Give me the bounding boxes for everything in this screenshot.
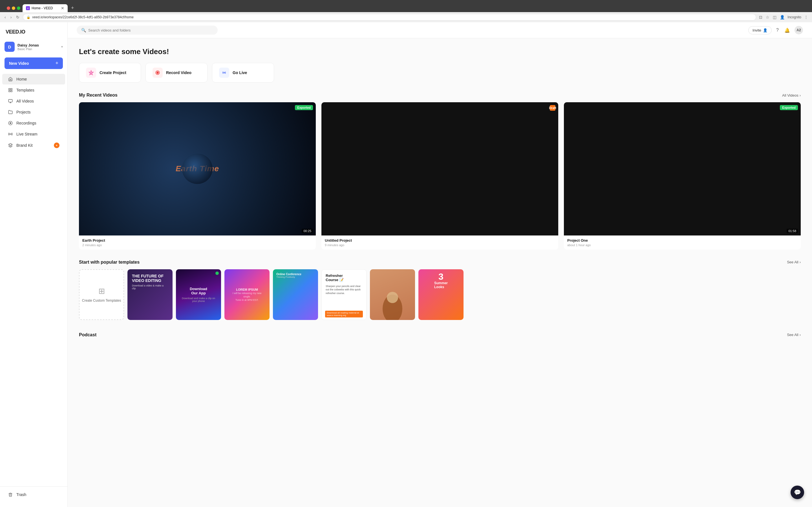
record-video-card[interactable]: Record Video [146,63,207,82]
header-actions: Invite 👤 ? 🔔 A2 [748,26,803,34]
template-title: Online Conference [276,273,315,276]
chat-button[interactable]: 💬 [791,486,804,499]
close-button[interactable] [7,6,10,10]
chevron-right-icon-3: › [800,333,801,337]
template-title: THE FUTURE OFVIDEO EDITING [132,274,168,283]
fullscreen-button[interactable] [17,6,20,10]
all-videos-link[interactable]: All Videos › [782,93,801,98]
create-project-label: Create Project [100,70,126,75]
app: VEED.IO D Daisy Jonas Basic Plan ▾ New V… [0,22,812,507]
user-section[interactable]: D Daisy Jonas Basic Plan ▾ [0,40,67,54]
browser-actions: ⊡ ☆ ◫ 👤 Incognito ⋮ [758,14,809,20]
page-content: Let's create some Videos! Create Project… [68,38,812,356]
tab-close-icon[interactable]: ✕ [61,6,64,10]
help-button[interactable]: ? [775,26,780,34]
template-title: RefresherCourse 📝 [326,274,362,282]
videos-icon [8,99,13,104]
template-subtitle: Download and make a clip on your phone [179,297,218,302]
back-button[interactable]: ‹ [3,14,7,20]
forward-button[interactable]: › [9,14,13,20]
video-card-project-one[interactable]: Exported 01:58 Project One about 1 hour … [564,102,801,249]
template-title: DownloadOur App [190,287,207,295]
logo-area: VEED.IO [0,27,67,40]
video-thumbnail-untitled: Draft [321,102,558,235]
minimize-button[interactable] [12,6,15,10]
bookmark-icon[interactable]: ☆ [765,14,770,20]
create-project-card[interactable]: Create Project [79,63,141,82]
invite-button[interactable]: Invite 👤 [748,26,772,34]
template-card-download-app[interactable]: DownloadOur App Download and make a clip… [176,269,221,320]
projects-icon [8,110,13,115]
template-number: 3 [439,272,444,281]
sidebar-item-live-stream[interactable]: Live Stream [2,129,65,139]
page-title-prefix: Let's create some [79,47,143,56]
sidebar: VEED.IO D Daisy Jonas Basic Plan ▾ New V… [0,22,68,507]
sidebar-item-label: All Videos [16,99,34,103]
dark-thumbnail [321,102,558,235]
all-videos-label: All Videos [782,93,799,98]
sidebar-bottom: Trash [0,487,67,503]
templates-section: Start with popular templates See All › ⊞… [79,260,801,322]
sidebar-item-templates[interactable]: Templates [2,85,65,96]
template-card-refresher[interactable]: RefresherCourse 📝 Sharpen your pencils a… [321,269,366,320]
search-box[interactable]: 🔍 [77,25,218,35]
template-card-future[interactable]: THE FUTURE OFVIDEO EDITING Download a vi… [128,269,172,320]
profile-icon[interactable]: 👤 [779,14,785,20]
video-card-untitled[interactable]: Draft Untitled Project 9 minutes ago [321,102,558,249]
logo: VEED.IO [6,29,26,35]
sidebar-item-home[interactable]: Home [2,74,65,84]
video-time: about 1 hour ago [567,243,797,247]
search-input[interactable] [88,28,213,33]
templates-header: Start with popular templates See All › [79,260,801,265]
main-header: 🔍 Invite 👤 ? 🔔 A2 [68,22,812,38]
tab-title: Home - VEED [32,6,53,10]
url-bar[interactable]: 🔒 veed.io/workspaces/22ce6d2f-38c5-4df1-… [23,14,756,20]
sidebar-item-all-videos[interactable]: All Videos [2,96,65,107]
menu-icon[interactable]: ⋮ [804,14,809,20]
sidebar-item-trash[interactable]: Trash [2,489,65,500]
notifications-button[interactable]: 🔔 [783,26,791,34]
reload-button[interactable]: ↻ [15,14,20,20]
extensions-icon[interactable]: ◫ [772,14,777,20]
video-title: Untitled Project [325,238,555,242]
profile-label: Incognito [788,15,801,19]
template-card-person[interactable] [370,269,415,320]
templates-see-all-link[interactable]: See All › [787,260,801,264]
new-tab-button[interactable]: + [69,4,77,12]
template-card-lorem[interactable]: LOREM IPSUMI will be releasing my new si… [224,269,269,320]
sidebar-item-recordings[interactable]: Recordings [2,118,65,128]
sidebar-nav: Home Templates All Videos [0,72,67,487]
user-plan: Basic Plan [17,47,58,51]
go-live-card[interactable]: Go Live [212,63,274,82]
go-live-label: Go Live [233,70,247,75]
exported-badge: Exported [295,105,313,110]
new-video-button[interactable]: New Video + [4,57,63,69]
sidebar-item-brand-kit[interactable]: Brand Kit + [2,140,65,151]
cast-icon[interactable]: ⊡ [758,14,763,20]
plus-icon: + [55,60,58,66]
video-time: 9 minutes ago [325,243,555,247]
template-card-online-conf[interactable]: Online Conference Thinking Positively [273,269,318,320]
podcast-see-all-link[interactable]: See All › [787,333,801,337]
brand-kit-icon [8,143,13,148]
video-card-earth[interactable]: Earth Time Exported 00:25 Earth Project … [79,102,316,249]
user-name: Daisy Jonas [17,43,58,47]
svg-point-11 [182,153,213,184]
recent-videos-section: My Recent Videos All Videos › [79,93,801,249]
see-all-label: See All [787,260,798,264]
draft-badge: Draft [550,105,555,111]
trash-icon [8,492,13,497]
active-tab[interactable]: V Home - VEED ✕ [22,4,68,12]
podcast-header: Podcast See All › [79,332,801,337]
create-project-icon [86,68,96,78]
svg-rect-3 [11,91,12,92]
template-card-summer[interactable]: 3 SummerLooks [418,269,463,320]
user-avatar-button[interactable]: A2 [795,26,803,34]
create-custom-template-card[interactable]: ⊞ Create Custom Templates [79,269,124,320]
user-info: Daisy Jonas Basic Plan [17,43,58,51]
svg-point-9 [157,72,159,74]
sidebar-item-projects[interactable]: Projects [2,107,65,117]
tab-favicon: V [26,6,30,10]
svg-point-14 [387,292,398,303]
sidebar-item-label: Templates [16,88,35,93]
